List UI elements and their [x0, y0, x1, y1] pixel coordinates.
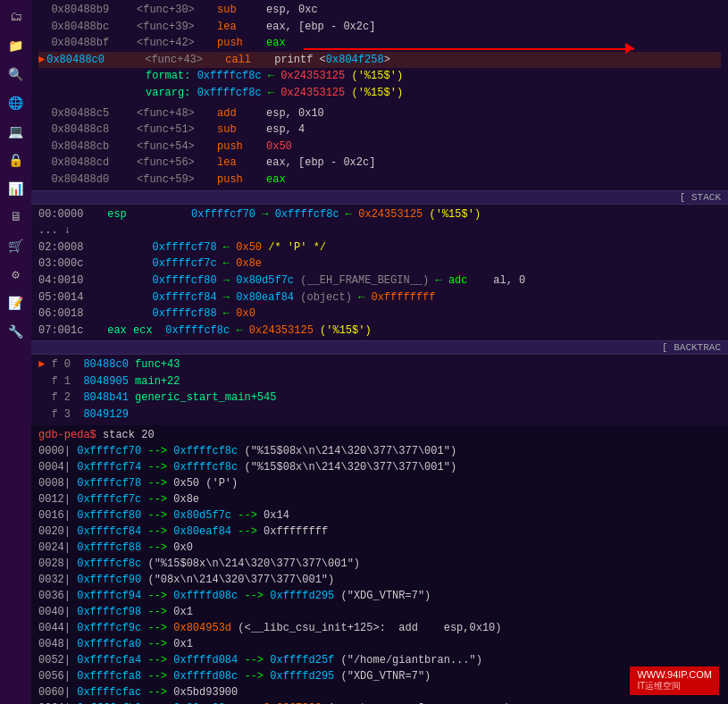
disasm-annotation-vararg: vararg: 0xffffcf8c ← 0x24353125 ('%15$'): [38, 85, 721, 102]
term-line: 0000| 0xffffcf70 --> 0xffffcf8c ("%15$08…: [38, 443, 721, 459]
disasm-line: 0x80488c5 <func+48> add esp, 0x10: [38, 105, 721, 122]
stack-line: 06:0018 0xffffcf88 ← 0x0: [38, 306, 721, 323]
sidebar-icon-shop[interactable]: 🛒: [4, 233, 29, 258]
disasm-line: 0x80488bc <func+39> lea eax, [ebp - 0x2c…: [38, 19, 721, 36]
terminal-section: gdb-peda$ stack 20 0000| 0xffffcf70 --> …: [31, 425, 728, 704]
disasm-line: 0x80488b9 <func+30> sub esp, 0xc: [38, 2, 721, 19]
sidebar-icon-browser[interactable]: 🌐: [4, 90, 29, 115]
sidebar-icon-notepad[interactable]: 📝: [4, 290, 29, 315]
bt-label: [ BACKTRAC: [662, 342, 721, 353]
disasm-line: 0x80488bf <func+42> push eax: [38, 35, 721, 52]
term-line: 0044| 0xffffcf9c --> 0x804953d (<__libc_…: [38, 620, 721, 636]
sidebar-icon-folder[interactable]: 📁: [4, 33, 29, 58]
stack-divider: [ STACK: [31, 190, 728, 205]
term-line: 0056| 0xffffcfa8 --> 0xffffd08c --> 0xff…: [38, 668, 721, 684]
bt-line: f 1 8048905 main+22: [38, 373, 721, 390]
stack-label: [ STACK: [680, 192, 721, 203]
term-line: 0032| 0xffffcf90 ("08x\n\214\320\377\377…: [38, 572, 721, 588]
term-line: 0040| 0xffffcf98 --> 0x1: [38, 604, 721, 620]
term-line: 0060| 0xffffcfac --> 0x5bd93900: [38, 684, 721, 700]
term-line: 0052| 0xffffcfa4 --> 0xffffd084 --> 0xff…: [38, 652, 721, 668]
stack-section: 00:0000 esp 0xffffcf70 → 0xffffcf8c ← 0x…: [31, 205, 728, 341]
disasm-annotation-format: format: 0xffffcf8c ← 0x24353125 ('%15$'): [38, 68, 721, 85]
sidebar-icon-search[interactable]: 🔍: [4, 62, 29, 87]
term-line: 0016| 0xffffcf80 --> 0x80d5f7c --> 0x14: [38, 507, 721, 524]
disasm-line: 0x80488cd <func+56> lea eax, [ebp - 0x2c…: [38, 155, 721, 172]
watermark: WWW.94IP.COM IT运维空间: [630, 666, 719, 695]
sidebar-icon-lock[interactable]: 🔒: [4, 147, 29, 172]
bt-line: f 2 8048b41 generic_start_main+545: [38, 390, 721, 406]
stack-line: 04:0010 0xffffcf80 → 0x80d5f7c (__EH_FRA…: [38, 272, 721, 289]
bt-section: ► f 0 80488c0 func+43 f 1 8048905 main+2…: [31, 355, 728, 424]
terminal-prompt-line: gdb-peda$ stack 20: [38, 427, 721, 443]
stack-line: 07:001c eax ecx 0xffffcf8c ← 0x24353125 …: [38, 323, 721, 339]
watermark-line2: IT运维空间: [637, 680, 712, 692]
term-line: 0028| 0xffffcf8c ("%15$08x\n\214\320\377…: [38, 556, 721, 572]
bt-line: ► f 0 80488c0 func+43: [38, 356, 721, 373]
term-line: 0004| 0xffffcf74 --> 0xffffcf8c ("%15$08…: [38, 459, 721, 475]
sidebar-icon-settings[interactable]: ⚙: [4, 262, 29, 287]
term-line: 0048| 0xffffcfa0 --> 0x1: [38, 636, 721, 652]
stack-line: 05:0014 0xffffcf84 → 0x80eaf84 (object) …: [38, 289, 721, 306]
disasm-line: 0x80488c8 <func+51> sub esp, 4: [38, 122, 721, 138]
sidebar-icon-chart[interactable]: 📊: [4, 176, 29, 201]
bt-divider: [ BACKTRAC: [31, 340, 728, 355]
term-line: 0064| 0xffffcfb0 --> 0x80ea00c --> 0x806…: [38, 700, 721, 704]
disasm-line: 0x80488cb <func+54> push 0x50: [38, 138, 721, 155]
disasm-current-line: ► 0x80488c0 <func+43> call printf <0x804…: [38, 52, 721, 69]
term-line: 0008| 0xffffcf78 --> 0x50 ('P'): [38, 475, 721, 491]
sidebar: 🗂 📁 🔍 🌐 💻 🔒 📊 🖥 🛒 ⚙ 📝 🔧: [0, 0, 31, 704]
stack-line: 03:000c 0xffffcf7c ← 0x8e: [38, 256, 721, 272]
bt-line: f 3 8049129: [38, 406, 721, 423]
term-line: 0036| 0xffffcf94 --> 0xffffd08c --> 0xff…: [38, 588, 721, 604]
sidebar-icon-files[interactable]: 🗂: [4, 4, 29, 29]
term-line: 0012| 0xffffcf7c --> 0x8e: [38, 491, 721, 507]
term-line: 0020| 0xffffcf84 --> 0x80eaf84 --> 0xfff…: [38, 524, 721, 540]
disasm-line: 0x80488d0 <func+59> push eax: [38, 172, 721, 189]
term-line: 0024| 0xffffcf88 --> 0x0: [38, 540, 721, 556]
stack-line: 02:0008 0xffffcf78 ← 0x50 /* 'P' */: [38, 239, 721, 256]
sidebar-icon-terminal[interactable]: 💻: [4, 119, 29, 144]
sidebar-icon-monitor[interactable]: 🖥: [4, 205, 29, 230]
sidebar-icon-wrench[interactable]: 🔧: [4, 319, 29, 344]
disasm-section: 0x80488b9 <func+30> sub esp, 0xc 0x80488…: [31, 0, 728, 190]
stack-line: 00:0000 esp 0xffffcf70 → 0xffffcf8c ← 0x…: [38, 206, 721, 223]
content-area: 0x80488b9 <func+30> sub esp, 0xc 0x80488…: [31, 0, 728, 704]
stack-line-dots: ... ↓: [38, 222, 721, 239]
watermark-line1: WWW.94IP.COM: [637, 669, 712, 680]
